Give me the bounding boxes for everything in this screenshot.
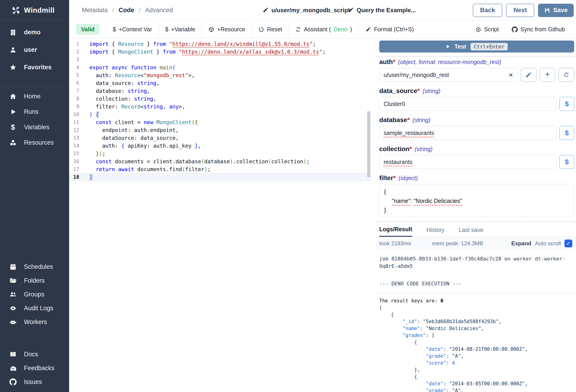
discord-icon (9, 364, 17, 372)
script-kind-button[interactable]: Script (475, 26, 499, 33)
sidebar-item-variables[interactable]: $Variables (0, 119, 69, 135)
insert-variable-button[interactable]: $ (559, 155, 574, 169)
sidebar-item-schedules[interactable]: Schedules (0, 260, 69, 274)
line-number: 12 (69, 126, 86, 134)
tab-advanced[interactable]: Advanced (145, 7, 173, 14)
windmill-logo[interactable]: Windmill (0, 0, 69, 21)
auth-field-label: auth* (object, format: resource-mongodb_… (379, 58, 574, 66)
sidebar-item-label: Workers (24, 318, 47, 326)
expand-button[interactable]: Expand (511, 240, 531, 247)
play-icon (9, 108, 17, 115)
pencil-icon (525, 72, 532, 78)
code-editor[interactable]: 1import { Resource } from "https://deno.… (69, 38, 372, 392)
tab-metadata[interactable]: Metadata (82, 7, 108, 14)
panel-splitter[interactable] (375, 56, 576, 57)
script-summary-edit[interactable]: Query the Example... (348, 7, 416, 14)
eye-icon (9, 305, 17, 312)
add-resource-button-small[interactable]: + (540, 68, 555, 82)
sidebar-item-feedbacks[interactable]: Feedbacks (0, 361, 69, 375)
insert-variable-button[interactable]: $ (559, 97, 574, 111)
line-number: 1 (69, 40, 86, 48)
sidebar-item-favorites[interactable]: Favorites (0, 58, 69, 76)
sync-from-github-button[interactable]: Sync from Github (512, 26, 565, 33)
script-path-edit[interactable]: u/user/my_mongodb_script (263, 7, 350, 14)
database-input[interactable]: sample_restaurants (379, 126, 556, 140)
add-variable-button[interactable]: $ +Variable (165, 26, 195, 33)
data-source-field-label: data_source* (string) (379, 87, 574, 95)
save-button[interactable]: Save (538, 4, 574, 17)
line-number: 15 (69, 150, 86, 158)
sidebar-item-label: demo (24, 29, 41, 36)
line-number: 14 (69, 142, 86, 150)
sidebar-item-demo[interactable]: demo (0, 24, 69, 41)
code-line: 15 }); (69, 150, 372, 158)
log-job-line: job 01864b05-8033-b136-1def-f30c48ac7c28… (379, 255, 574, 270)
data-source-field-row: Cluster0 $ (379, 97, 574, 111)
sidebar-item-folders[interactable]: Folders (0, 274, 69, 287)
editor-toolbar: Valid $ +Context Var $ +Variable +Resour… (69, 21, 576, 38)
collection-input[interactable]: restaurants (379, 155, 556, 169)
refresh-resource-button[interactable] (558, 68, 574, 82)
dollar-icon: $ (165, 26, 169, 33)
reset-button[interactable]: Reset (258, 26, 282, 33)
sidebar-item-groups[interactable]: Groups (0, 287, 69, 301)
script-summary: Query the Example... (357, 7, 416, 14)
filter-json-input[interactable]: { "name": "Nordic Delicacies" } (379, 184, 574, 217)
sidebar-item-label: Runs (24, 108, 38, 115)
result-json-line: "score": 4 (379, 360, 574, 366)
result-json-line: { (379, 339, 574, 346)
line-number: 7 (69, 87, 86, 95)
add-resource-button[interactable]: +Resource (208, 26, 245, 33)
tab-logs-result[interactable]: Logs/Result (379, 226, 412, 237)
sidebar-item-home[interactable]: Home (0, 89, 69, 104)
tab-history[interactable]: History (427, 227, 444, 237)
play-icon (446, 44, 450, 49)
tab-last-save[interactable]: Last save (459, 227, 483, 237)
sidebar-item-label: Schedules (24, 263, 53, 270)
sidebar-item-audit-logs[interactable]: Audit Logs (0, 301, 69, 315)
edit-resource-button[interactable] (521, 68, 536, 82)
line-number: 16 (69, 158, 86, 165)
add-context-var-button[interactable]: $ +Context Var (113, 26, 152, 33)
auth-field-row: u/user/my_mongodb_rest × + (379, 68, 574, 82)
sidebar-item-label: Audit Logs (24, 305, 54, 312)
tab-code[interactable]: Code (119, 7, 134, 14)
result-tabs: Logs/Result History Last save (379, 225, 574, 237)
back-button[interactable]: Back (473, 4, 502, 17)
sidebar-item-runs[interactable]: Runs (0, 104, 69, 119)
code-line: 9 filter: Record<string, any>, (69, 103, 372, 111)
sidebar-item-label: Groups (24, 291, 44, 298)
topbar-actions: Back Next Save (473, 4, 574, 17)
sidebar-item-resources[interactable]: Resources (0, 135, 69, 150)
panel-splitter[interactable] (375, 221, 576, 222)
robot-icon (9, 318, 17, 326)
line-number: 3 (69, 56, 86, 64)
sidebar-item-workers[interactable]: Workers (0, 315, 69, 329)
insert-variable-button[interactable]: $ (559, 126, 574, 140)
sidebar-item-label: user (24, 46, 37, 54)
run-panel: Test Ctrl+Enter auth* (object, format: r… (375, 38, 576, 392)
refresh-icon (563, 72, 570, 78)
run-statusbar: took 2183ms mem peak: 124.3MB Expand Aut… (375, 237, 576, 250)
sidebar-item-docs[interactable]: Docs (0, 347, 69, 361)
editor-scrollbar[interactable] (367, 111, 370, 177)
github-icon (9, 378, 17, 386)
result-json: [ { "_id": "5eb3d668b31de5d588f4293b", "… (379, 304, 574, 392)
groups-icon (9, 291, 17, 298)
save-icon (544, 7, 550, 14)
sidebar-item-label: Docs (24, 351, 38, 358)
line-number: 5 (69, 71, 86, 79)
autoscroll-checkbox[interactable]: ✓ (565, 240, 572, 247)
format-button[interactable]: Format (Ctrl+S) (365, 26, 414, 33)
result-json-line: "_id": "5eb3d668b31de5d588f4293b", (379, 318, 574, 325)
result-json-line: "date": "2014-03-05T00:00:00.000Z", (379, 380, 574, 387)
sidebar-item-user[interactable]: user (0, 41, 69, 58)
clear-icon[interactable]: × (509, 71, 513, 79)
star-icon (9, 64, 17, 71)
assistant-button[interactable]: Assistant (Deno) (295, 26, 352, 33)
sidebar-item-issues[interactable]: Issues (0, 375, 69, 389)
auth-resource-input[interactable]: u/user/my_mongodb_rest × (379, 68, 518, 82)
test-button[interactable]: Test Ctrl+Enter (379, 41, 574, 53)
data-source-input[interactable]: Cluster0 (379, 97, 556, 111)
next-button[interactable]: Next (506, 4, 534, 17)
